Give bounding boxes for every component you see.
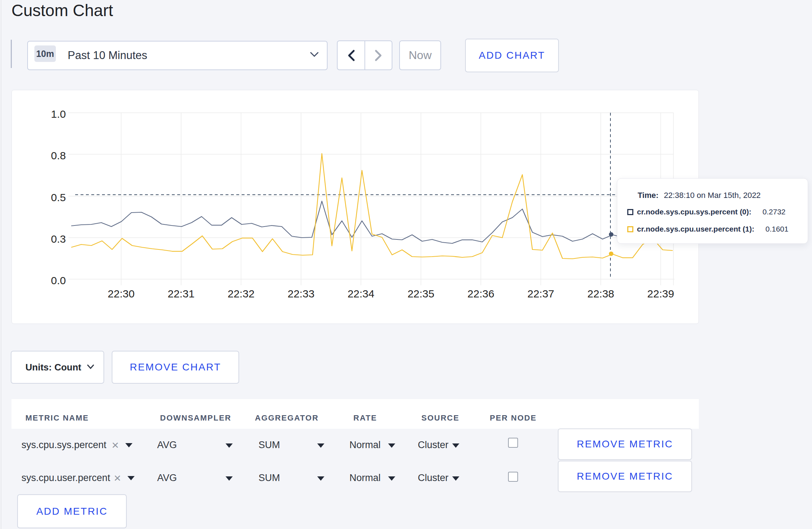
- svg-text:22:32: 22:32: [228, 288, 255, 300]
- svg-text:22:37: 22:37: [527, 288, 554, 300]
- svg-text:22:35: 22:35: [407, 288, 434, 300]
- svg-text:1.0: 1.0: [51, 108, 66, 120]
- svg-text:0.0: 0.0: [51, 275, 66, 286]
- svg-text:22:31: 22:31: [168, 288, 194, 300]
- svg-text:0.5: 0.5: [51, 191, 66, 203]
- svg-text:0.3: 0.3: [51, 233, 66, 245]
- svg-text:22:36: 22:36: [468, 288, 494, 300]
- svg-text:22:30: 22:30: [108, 288, 135, 300]
- svg-text:22:39: 22:39: [647, 288, 674, 300]
- svg-text:22:34: 22:34: [348, 288, 374, 300]
- svg-text:0.8: 0.8: [51, 150, 66, 161]
- svg-text:22:38: 22:38: [587, 288, 614, 300]
- svg-text:22:33: 22:33: [287, 288, 314, 300]
